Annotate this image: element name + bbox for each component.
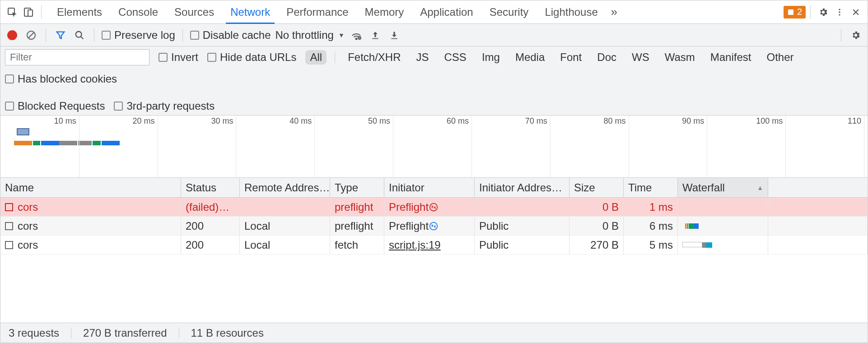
filter-bar: Invert Hide data URLs AllFetch/XHRJSCSSI… [0, 46, 868, 116]
disable-cache-checkbox[interactable]: Disable cache [190, 29, 271, 42]
tab-lighthouse[interactable]: Lighthouse [537, 0, 606, 23]
tab-network[interactable]: Network [222, 0, 278, 23]
overview-selection[interactable] [17, 128, 29, 135]
status-transferred: 270 B transferred [83, 327, 167, 339]
preflight-swap-icon [429, 221, 439, 231]
network-toolbar: Preserve log Disable cache No throttling… [0, 24, 868, 46]
col-status[interactable]: Status [181, 178, 240, 197]
table-row[interactable]: cors(failed)…preflightPreflight 0 B1 ms [0, 198, 868, 217]
tab-sources[interactable]: Sources [166, 0, 222, 23]
preserve-log-checkbox[interactable]: Preserve log [102, 29, 175, 42]
tab-performance[interactable]: Performance [278, 0, 356, 23]
filter-funnel-icon[interactable] [53, 28, 68, 42]
col-remote[interactable]: Remote Addres… [240, 178, 330, 197]
status-requests: 3 requests [9, 327, 59, 339]
issues-badge[interactable]: 2 [784, 6, 806, 19]
has-blocked-cookies-checkbox[interactable]: Has blocked cookies [5, 73, 117, 85]
type-filter-doc[interactable]: Doc [593, 50, 621, 65]
preflight-swap-icon [429, 202, 439, 212]
tab-application[interactable]: Application [412, 0, 481, 23]
col-type[interactable]: Type [330, 178, 384, 197]
waterfall-bar [682, 222, 763, 230]
upload-har-icon[interactable] [368, 28, 383, 42]
sort-asc-icon: ▲ [757, 184, 763, 191]
search-icon[interactable] [72, 28, 87, 42]
devtools-root: ElementsConsoleSourcesNetworkPerformance… [0, 0, 868, 343]
col-initiator[interactable]: Initiator [384, 178, 475, 197]
table-header: Name Status Remote Addres… Type Initiato… [0, 178, 868, 198]
divider [41, 5, 42, 19]
svg-point-14 [430, 222, 438, 230]
tick-label: 100 ms [756, 116, 783, 126]
tab-memory[interactable]: Memory [357, 0, 412, 23]
table-row[interactable]: cors200Localfetchscript.js:19Public270 B… [0, 236, 868, 255]
inspect-icon[interactable] [4, 4, 20, 20]
main-tabbar: ElementsConsoleSourcesNetworkPerformance… [0, 0, 868, 24]
download-har-icon[interactable] [387, 28, 401, 42]
col-waterfall[interactable]: Waterfall▲ [678, 178, 768, 197]
type-filter-fetchxhr[interactable]: Fetch/XHR [343, 50, 405, 65]
waterfall-bar [682, 203, 763, 211]
svg-rect-2 [28, 10, 33, 16]
svg-point-6 [839, 14, 840, 15]
svg-point-4 [839, 9, 840, 10]
clear-icon[interactable] [24, 28, 38, 42]
waterfall-bar [682, 241, 763, 249]
tick-label: 20 ms [133, 116, 155, 126]
col-name[interactable]: Name [0, 178, 181, 197]
overview-timeline[interactable]: 10 ms20 ms30 ms40 ms50 ms60 ms70 ms80 ms… [0, 116, 868, 178]
table-body[interactable]: cors(failed)…preflightPreflight 0 B1 msc… [0, 198, 868, 323]
table-row[interactable]: cors200LocalpreflightPreflight Public0 B… [0, 217, 868, 236]
svg-point-8 [76, 31, 82, 37]
type-filter-css[interactable]: CSS [440, 50, 471, 65]
col-initiator-addr[interactable]: Initiator Addres… [475, 178, 569, 197]
issues-count: 2 [797, 7, 802, 17]
kebab-menu-icon[interactable] [831, 4, 848, 20]
type-filters: AllFetch/XHRJSCSSImgMediaFontDocWSWasmMa… [305, 50, 798, 65]
col-time[interactable]: Time [624, 178, 678, 197]
col-extra[interactable] [768, 178, 868, 197]
type-filter-img[interactable]: Img [477, 50, 504, 65]
hide-data-urls-checkbox[interactable]: Hide data URLs [207, 51, 296, 64]
svg-rect-3 [788, 9, 793, 15]
status-resources: 11 B resources [191, 327, 264, 339]
type-filter-manifest[interactable]: Manifest [706, 50, 756, 65]
type-filter-js[interactable]: JS [412, 50, 434, 65]
initiator-link[interactable]: script.js:19 [389, 239, 441, 251]
tick-label: 40 ms [289, 116, 312, 126]
tab-security[interactable]: Security [481, 0, 537, 23]
type-filter-media[interactable]: Media [511, 50, 549, 65]
tick-label: 70 ms [525, 116, 547, 126]
divider [810, 5, 811, 19]
tab-console[interactable]: Console [110, 0, 166, 23]
svg-point-5 [839, 11, 840, 13]
more-panels-icon[interactable]: » [606, 4, 622, 20]
type-filter-ws[interactable]: WS [627, 50, 654, 65]
invert-checkbox[interactable]: Invert [159, 51, 198, 64]
col-size[interactable]: Size [569, 178, 624, 197]
svg-rect-11 [372, 38, 378, 39]
overview-bars [0, 141, 868, 150]
file-icon [5, 203, 13, 211]
third-party-checkbox[interactable]: 3rd-party requests [114, 100, 215, 112]
network-settings-gear-icon[interactable] [849, 28, 863, 42]
type-filter-all[interactable]: All [305, 50, 327, 65]
status-bar: 3 requests 270 B transferred 11 B resour… [0, 323, 868, 343]
type-filter-wasm[interactable]: Wasm [660, 50, 700, 65]
network-conditions-icon[interactable] [349, 28, 364, 42]
blocked-requests-checkbox[interactable]: Blocked Requests [5, 100, 105, 112]
file-icon [5, 241, 13, 249]
type-filter-font[interactable]: Font [555, 50, 586, 65]
type-filter-other[interactable]: Other [762, 50, 798, 65]
overview-ticks: 10 ms20 ms30 ms40 ms50 ms60 ms70 ms80 ms… [0, 116, 868, 128]
filter-input[interactable] [5, 49, 149, 65]
device-toolbar-icon[interactable] [20, 4, 37, 20]
settings-gear-icon[interactable] [815, 4, 831, 20]
record-button[interactable] [5, 28, 19, 42]
tick-label: 50 ms [368, 116, 390, 126]
close-icon[interactable] [848, 4, 864, 20]
tick-label: 10 ms [54, 116, 76, 126]
tick-label: 110 [848, 116, 861, 126]
tab-elements[interactable]: Elements [49, 0, 110, 23]
throttling-select[interactable]: No throttling ▼ [275, 29, 344, 42]
